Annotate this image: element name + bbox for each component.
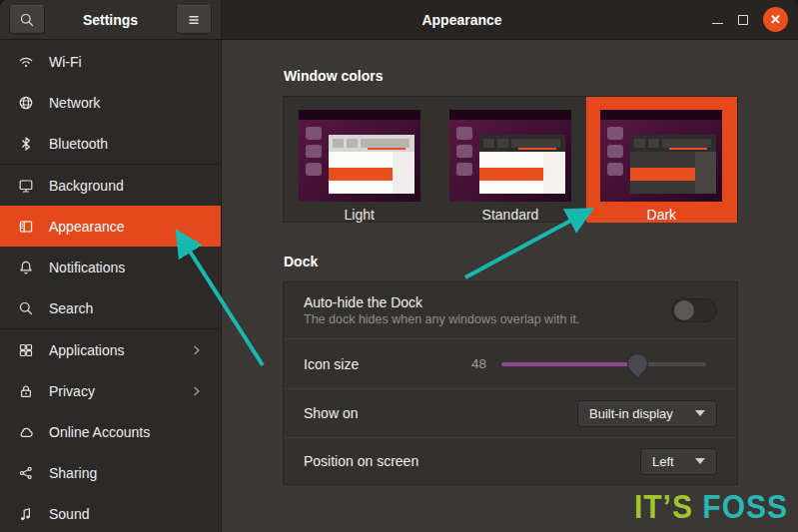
autohide-subtitle: The dock hides when any windows overlap … — [304, 312, 671, 326]
theme-option-dark[interactable]: Dark — [586, 97, 737, 223]
sidebar-item-label: Applications — [49, 342, 125, 358]
main-headerbar: Appearance ✕ — [222, 0, 798, 40]
itsfoss-watermark: IT’S FOSS — [634, 488, 788, 526]
theme-label: Light — [344, 207, 374, 223]
appearance-icon — [18, 219, 34, 235]
menu-button[interactable] — [176, 5, 212, 34]
sidebar-item-label: Wi-Fi — [49, 54, 82, 70]
sidebar-item-applications[interactable]: Applications — [0, 329, 221, 370]
sidebar-item-sound[interactable]: Sound — [0, 493, 221, 532]
slider-fill — [501, 362, 638, 366]
sidebar: Wi-Fi Network Bluetooth Background Appea… — [0, 40, 222, 532]
sidebar-item-online-accounts[interactable]: Online Accounts — [0, 411, 221, 452]
show-on-row: Show on Built-in display — [284, 388, 737, 437]
search-button[interactable] — [9, 5, 45, 34]
position-dropdown[interactable]: Left — [640, 448, 717, 475]
slider-handle[interactable] — [623, 348, 653, 378]
sidebar-item-bluetooth[interactable]: Bluetooth — [0, 123, 221, 164]
autohide-row: Auto-hide the Dock The dock hides when a… — [284, 282, 737, 338]
sidebar-item-label: Search — [49, 300, 93, 316]
autohide-toggle[interactable] — [671, 298, 717, 322]
position-label: Position on screen — [304, 453, 640, 469]
sidebar-title: Settings — [83, 12, 138, 28]
sidebar-item-label: Appearance — [49, 219, 125, 235]
theme-label: Dark — [647, 207, 677, 223]
theme-preview-light — [299, 110, 420, 202]
titlebar: Settings Appearance ✕ — [0, 0, 798, 40]
sidebar-item-network[interactable]: Network — [0, 82, 221, 123]
theme-option-light[interactable]: Light — [284, 97, 434, 223]
caret-down-icon — [695, 458, 705, 464]
lock-icon — [18, 383, 34, 399]
watermark-foss: FOSS — [702, 488, 788, 525]
icon-size-label: Icon size — [304, 356, 471, 372]
wifi-icon — [18, 54, 34, 70]
sidebar-item-notifications[interactable]: Notifications — [0, 247, 221, 287]
window-colors-card: Light Standard — [283, 96, 738, 223]
position-value: Left — [652, 454, 674, 469]
settings-window: Settings Appearance ✕ Wi-Fi Network — [0, 0, 798, 532]
show-on-label: Show on — [304, 405, 577, 421]
bell-icon — [18, 260, 34, 275]
bluetooth-icon — [18, 136, 34, 152]
sidebar-headerbar: Settings — [0, 0, 222, 40]
page-title: Appearance — [222, 12, 702, 28]
autohide-title: Auto-hide the Dock — [304, 294, 671, 310]
sidebar-item-search[interactable]: Search — [0, 287, 221, 328]
sidebar-item-label: Bluetooth — [49, 136, 108, 152]
sidebar-item-background[interactable]: Background — [0, 165, 221, 206]
display-icon — [18, 178, 34, 194]
sidebar-item-label: Notifications — [49, 260, 125, 275]
search-icon — [19, 12, 35, 28]
sidebar-item-wifi[interactable]: Wi-Fi — [0, 41, 221, 82]
toggle-knob — [674, 300, 694, 320]
chevron-right-icon — [189, 383, 205, 399]
position-row: Position on screen Left — [284, 437, 737, 484]
appearance-panel: Window colors Light — [223, 40, 798, 532]
sidebar-item-label: Online Accounts — [49, 424, 150, 440]
hamburger-icon — [186, 12, 202, 28]
sidebar-item-label: Network — [49, 95, 100, 111]
theme-preview-dark — [600, 110, 722, 202]
globe-icon — [18, 95, 34, 111]
music-note-icon — [18, 506, 34, 522]
dock-heading: Dock — [284, 254, 738, 269]
chevron-right-icon — [189, 342, 205, 358]
show-on-value: Built-in display — [589, 406, 673, 421]
search-icon — [18, 300, 34, 316]
theme-option-standard[interactable]: Standard — [434, 97, 585, 223]
cloud-icon — [18, 424, 34, 440]
slider-track — [501, 362, 706, 366]
sidebar-item-sharing[interactable]: Sharing — [0, 452, 221, 493]
share-icon — [18, 465, 34, 481]
window-controls: ✕ — [712, 7, 788, 32]
caret-down-icon — [695, 410, 705, 416]
sidebar-item-label: Sharing — [49, 465, 97, 481]
theme-label: Standard — [482, 207, 539, 223]
sidebar-item-label: Background — [49, 178, 124, 194]
dock-card: Auto-hide the Dock The dock hides when a… — [283, 281, 738, 485]
grid-icon — [18, 342, 34, 358]
minimize-button[interactable] — [712, 23, 723, 24]
sidebar-item-label: Sound — [49, 506, 89, 522]
maximize-button[interactable] — [738, 15, 748, 25]
close-button[interactable]: ✕ — [763, 7, 788, 32]
sidebar-item-label: Privacy — [49, 383, 95, 399]
icon-size-row: Icon size 48 — [284, 338, 737, 388]
watermark-its: IT’S — [634, 488, 693, 525]
sidebar-item-appearance[interactable]: Appearance — [0, 206, 221, 247]
theme-preview-standard — [449, 110, 571, 202]
sidebar-item-privacy[interactable]: Privacy — [0, 370, 221, 411]
show-on-dropdown[interactable]: Built-in display — [577, 400, 717, 427]
icon-size-slider[interactable] — [501, 352, 706, 376]
icon-size-value: 48 — [471, 356, 486, 371]
window-colors-heading: Window colors — [284, 68, 738, 84]
